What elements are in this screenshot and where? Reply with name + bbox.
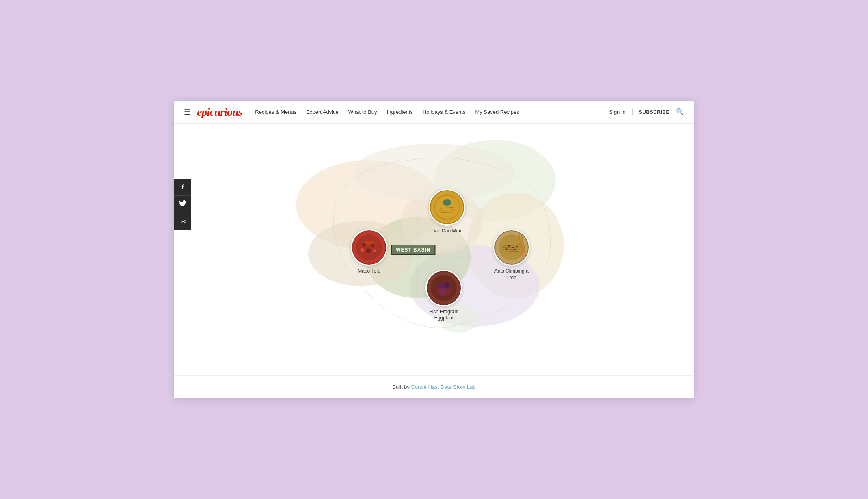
nav-recipes-menus[interactable]: Recipes & Menus (255, 109, 296, 115)
recipe-label-fish: Fish-Fragrant Eggplant (423, 309, 464, 321)
recipe-image-dandan (429, 189, 465, 226)
svg-point-32 (508, 245, 510, 247)
nav-expert-advice[interactable]: Expert Advice (306, 109, 339, 115)
nav-holidays-events[interactable]: Holidays & Events (423, 109, 466, 115)
svg-point-12 (356, 234, 382, 260)
logo[interactable]: epicurious (197, 106, 242, 119)
recipe-pin-ants[interactable]: Ants Climbing a Tree (491, 229, 532, 281)
nav-links: Recipes & Menus Expert Advice What to Bu… (255, 109, 609, 115)
recipe-pins: WEST BASIN (174, 124, 694, 375)
svg-point-15 (366, 248, 371, 253)
svg-point-36 (514, 249, 516, 250)
map-container: WEST BASIN (174, 124, 694, 375)
svg-point-44 (436, 287, 452, 295)
footer-text: Built by (392, 384, 410, 390)
recipe-pin-dan-dan[interactable]: Dan Dan Mian (429, 189, 465, 234)
recipe-pin-mapo-tofu[interactable]: Mapo Tofu (351, 229, 387, 275)
social-sidebar: f ✉ (174, 179, 191, 230)
recipe-image-mapo (351, 229, 387, 266)
nav-saved-recipes[interactable]: My Saved Recipes (475, 109, 519, 115)
svg-point-17 (361, 248, 364, 252)
svg-point-33 (512, 247, 514, 248)
email-button[interactable]: ✉ (174, 213, 191, 230)
svg-point-18 (364, 241, 374, 245)
header: ☰ epicurious Recipes & Menus Expert Advi… (174, 101, 694, 124)
email-icon: ✉ (180, 218, 186, 226)
twitter-icon (179, 200, 186, 208)
search-icon[interactable]: 🔍 (676, 108, 684, 116)
main-content: f ✉ (174, 124, 694, 398)
svg-point-22 (443, 199, 451, 206)
svg-point-34 (516, 246, 518, 247)
nav-ingredients[interactable]: Ingredients (387, 109, 413, 115)
subscribe-button[interactable]: SUBSCRIBE (639, 109, 669, 115)
facebook-button[interactable]: f (174, 179, 191, 196)
hamburger-icon[interactable]: ☰ (184, 108, 190, 117)
browser-window: ☰ epicurious Recipes & Menus Expert Advi… (174, 101, 694, 398)
recipe-pin-fish-eggplant[interactable]: Fish-Fragrant Eggplant (423, 270, 464, 321)
nav-divider (632, 109, 633, 115)
sign-in-link[interactable]: Sign In (609, 109, 625, 115)
nav-what-to-buy[interactable]: What to Buy (348, 109, 377, 115)
svg-point-35 (506, 248, 507, 250)
recipe-image-fish (425, 270, 462, 306)
recipe-image-ants (493, 229, 530, 266)
footer: Built by Condé Nast Data Story Lab (174, 375, 694, 398)
recipe-label-mapo: Mapo Tofu (358, 268, 380, 275)
header-right: Sign In SUBSCRIBE 🔍 (609, 108, 684, 116)
west-basin-label: WEST BASIN (391, 245, 435, 255)
recipe-label-ants: Ants Climbing a Tree (491, 268, 532, 281)
recipe-label-dandan: Dan Dan Mian (432, 228, 463, 234)
svg-point-16 (373, 250, 376, 252)
facebook-icon: f (181, 184, 184, 191)
svg-point-14 (371, 244, 374, 247)
twitter-button[interactable] (174, 196, 191, 213)
footer-link[interactable]: Condé Nast Data Story Lab (411, 384, 476, 390)
